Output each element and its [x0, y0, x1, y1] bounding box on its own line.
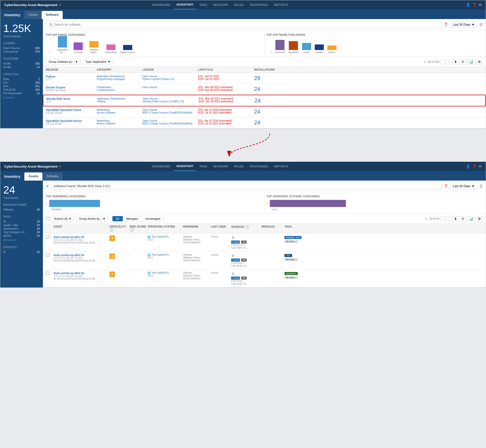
- asset-3-name[interactable]: Auto-centos-ip-after-fix: [54, 271, 109, 275]
- os-bar-label: Linux: [272, 208, 483, 211]
- group-assets-btn[interactable]: Group Assets by... ▼: [76, 216, 108, 221]
- bar-app-dev: Application De...: [55, 36, 70, 54]
- clear-search-btn[interactable]: ✕: [46, 184, 49, 188]
- cell-license-openbsd-s: Open Source BSD 2-Clause License (FreeBS…: [142, 119, 198, 125]
- date-caret-icon: ▼: [472, 23, 475, 26]
- bottom-nav-network[interactable]: NETWORK: [210, 162, 231, 171]
- criticality-info[interactable]: i: [110, 228, 113, 232]
- assets-next-btn[interactable]: ›: [446, 216, 451, 221]
- prev-page-btn[interactable]: ‹: [441, 59, 446, 64]
- bottom-nav-dashboard[interactable]: DASHBOARD: [149, 162, 173, 171]
- nav-reports[interactable]: REPORTS: [271, 0, 291, 9]
- monitor-icon-3: 🖥: [231, 271, 235, 276]
- help-icon[interactable]: ❓: [472, 3, 477, 7]
- bottom-app-title[interactable]: CyberSecurity Asset Management ▼: [4, 165, 62, 168]
- row3-checkbox[interactable]: [46, 271, 49, 275]
- cell-lifecycle-docker: EOL: May 08 2022 (estimated) EOS: Sep 08…: [198, 86, 254, 91]
- tag-testsoftware: Test Software Lif... 24: [3, 230, 40, 234]
- asset-3-info: Auto-centos-ip-after-fix 172.17.0.1,10.1…: [54, 271, 109, 280]
- next-page-btn[interactable]: ›: [446, 59, 451, 64]
- row1-checkbox[interactable]: [46, 235, 49, 239]
- date-filter-top[interactable]: Last 30 Days ▼: [450, 21, 477, 28]
- asset-2-info: Auto-centos-ip-after-fix 172.17.0.1,10.1…: [54, 253, 109, 262]
- search-bar-bottom: ✕ software:('name':'Mozilla NSS Tools 3.…: [43, 181, 486, 192]
- nav-responses[interactable]: RESPONSES: [247, 0, 271, 9]
- refresh-btn-top[interactable]: ↻: [460, 59, 466, 65]
- bottom-tab-assets[interactable]: Assets: [24, 172, 42, 181]
- asset-2-risk: -: [130, 253, 147, 257]
- nav-network[interactable]: NETWORK: [210, 0, 231, 9]
- assets-chart-btn[interactable]: 📊: [467, 216, 475, 221]
- view-all-btn[interactable]: All: [112, 216, 123, 221]
- bar-openbsd-rect: [289, 41, 298, 50]
- search-help-icon[interactable]: ❓: [444, 23, 448, 27]
- view-managed-btn[interactable]: Managed: [123, 216, 142, 221]
- cell-lifecycle-openbsd-c: EOL: Apr 15 2018 (estimated) EOS: Jul 15…: [198, 108, 254, 114]
- download-btn-top[interactable]: ⬇: [453, 59, 459, 65]
- group-caret-icon: ▼: [75, 60, 78, 63]
- lifecycle-eoleos: EOL/EOS 402: [3, 88, 40, 91]
- cell-license-python: Open Source Python License (Python-2.0): [142, 75, 198, 81]
- asset-1-tags: Rishabh_Test 60 more...: [284, 235, 310, 243]
- chart-view-btn[interactable]: 📊: [467, 59, 475, 65]
- bottom-tab-software[interactable]: Software: [42, 172, 62, 181]
- mail-icon[interactable]: ✉: [479, 3, 482, 7]
- bar-digital-rect: [123, 45, 132, 50]
- bar-oracle: Oracle: [302, 43, 311, 54]
- select-all-checkbox[interactable]: [46, 217, 49, 220]
- assets-download-btn[interactable]: ⬇: [453, 216, 459, 221]
- settings-btn-top[interactable]: ⚙: [476, 59, 483, 65]
- menu-icon[interactable]: ☰: [479, 23, 483, 27]
- asset-row-3: Auto-centos-ip-after-fix 172.17.0.1,10.1…: [43, 269, 486, 287]
- bar-digital: Digital Content: [120, 45, 135, 54]
- asset-1-sources: 🖥 CSAM VM First Foun... Last Seen: N...: [231, 235, 262, 249]
- top-tabs: Assets Software: [24, 11, 63, 19]
- bottom-help-icon[interactable]: ❓: [472, 164, 477, 168]
- cell-installs-openbsd-s: 24: [254, 119, 279, 126]
- assets-results-count: 1 - 24 of 24 ‹ › ⬇ ↻ 📊 ⚙: [425, 216, 483, 221]
- bottom-search-help[interactable]: ❓: [444, 184, 448, 188]
- nav-inventory[interactable]: INVENTORY: [174, 0, 196, 9]
- user-icon[interactable]: 👤: [466, 3, 470, 7]
- search-input[interactable]: [54, 23, 439, 26]
- date-filter-bottom[interactable]: Last 30 Days ▼: [450, 183, 477, 189]
- bottom-app-caret: ▼: [59, 165, 62, 168]
- bottom-nav-rules[interactable]: RULES: [231, 162, 247, 171]
- bottom-menu-icon[interactable]: ☰: [479, 184, 483, 188]
- search-bar-top: 🔍 ❓ Last 30 Days ▼ ☰: [43, 19, 486, 30]
- tab-software[interactable]: Software: [42, 11, 63, 19]
- bottom-nav-reports[interactable]: REPORTS: [271, 162, 291, 171]
- asset-2-sources: 🖥 CSAM VM First Foun... Last Seen: N...: [231, 253, 262, 267]
- row2-checkbox[interactable]: [46, 253, 49, 257]
- bottom-mail-icon[interactable]: ✉: [479, 164, 482, 168]
- bottom-nav-responses[interactable]: RESPONSES: [247, 162, 271, 171]
- th-lifecycle: LIFECYCLE: [198, 68, 254, 71]
- bottom-nav-inventory[interactable]: INVENTORY: [174, 162, 196, 171]
- lifecycle-more[interactable]: 2 more ▾: [3, 96, 40, 99]
- tags-more[interactable]: 45 more ▾: [3, 238, 40, 242]
- nav-tags[interactable]: TAGS: [196, 0, 210, 9]
- actions-btn[interactable]: Actions (0) ▼: [52, 216, 74, 221]
- license-section: LICENSE Open Source 665 Commercial 576: [3, 42, 40, 53]
- asset-3-risk: -: [130, 271, 147, 275]
- asset-3-ip: 172.17.0.1,10.115.71.152: [54, 275, 109, 277]
- bottom-user-icon[interactable]: 👤: [466, 164, 470, 168]
- type-filter-btn[interactable]: Type: Application ▼: [83, 59, 113, 65]
- asset-1-name[interactable]: Auto-centos-ip-after-fix: [54, 235, 109, 238]
- bottom-nav-tags[interactable]: TAGS: [196, 162, 210, 171]
- risk-info[interactable]: i: [130, 228, 134, 232]
- nav-dashboard[interactable]: DASHBOARD: [149, 0, 173, 9]
- sources-info[interactable]: i: [246, 225, 249, 229]
- app-title[interactable]: CyberSecurity Asset Management ▼: [4, 3, 62, 7]
- curved-arrow-svg: [199, 131, 288, 159]
- view-unmanaged-btn[interactable]: Unmanaged: [142, 216, 164, 221]
- group-software-btn[interactable]: Group Software by... ▼: [46, 59, 81, 65]
- assets-prev-btn[interactable]: ‹: [441, 216, 446, 221]
- tab-assets[interactable]: Assets: [24, 11, 42, 19]
- asset-2-name[interactable]: Auto-centos-ip-after-fix: [54, 253, 109, 257]
- main-content-bottom: ✕ software:('name':'Mozilla NSS Tools 3.…: [43, 181, 486, 287]
- nav-rules[interactable]: RULES: [231, 0, 247, 9]
- monitor-icon-1: 🖥: [231, 235, 235, 239]
- assets-settings-btn[interactable]: ⚙: [476, 216, 483, 221]
- assets-refresh-btn[interactable]: ↻: [460, 216, 466, 221]
